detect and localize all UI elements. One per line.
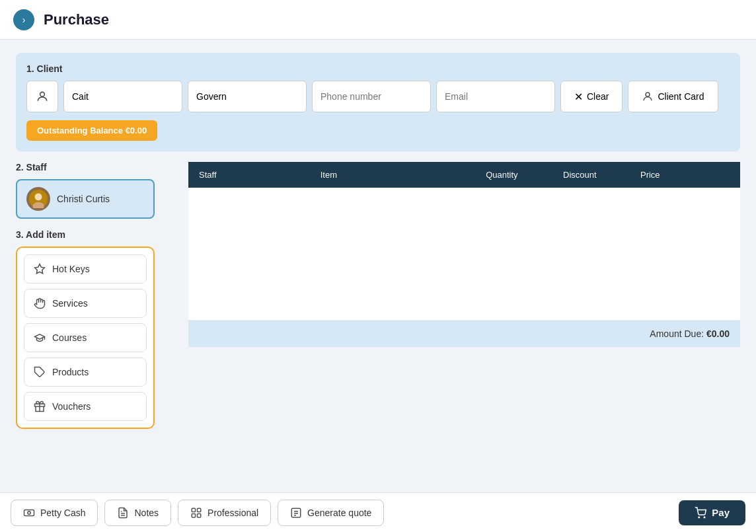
note-icon: [117, 507, 129, 519]
products-label: Products: [52, 367, 89, 377]
pay-label: Pay: [712, 507, 730, 518]
svg-rect-9: [24, 510, 34, 515]
petty-cash-label: Petty Cash: [40, 508, 85, 518]
add-item-section: 3. Add item Hot Keys: [16, 229, 178, 429]
pay-button[interactable]: Pay: [679, 500, 745, 525]
client-card-icon: [642, 91, 654, 102]
page-title: Purchase: [44, 11, 109, 28]
items-table: Staff Item Quantity Discount Price: [188, 162, 740, 321]
staff-select-button[interactable]: Christi Curtis: [16, 179, 155, 219]
svg-point-3: [35, 193, 42, 200]
svg-point-0: [40, 92, 45, 96]
add-item-label: 3. Add item: [16, 229, 178, 240]
courses-button[interactable]: Courses: [24, 323, 147, 352]
col-discount: Discount: [552, 162, 630, 188]
col-quantity: Quantity: [475, 162, 552, 188]
last-name-input[interactable]: [188, 81, 307, 112]
courses-label: Courses: [52, 332, 87, 343]
sidebar-toggle[interactable]: ›: [13, 9, 34, 30]
petty-cash-button[interactable]: Petty Cash: [11, 500, 98, 526]
header: › Purchase: [0, 0, 756, 40]
clear-label: Clear: [587, 91, 609, 102]
main-content: 1. Client ✕ Clear Client Car: [0, 40, 756, 492]
left-column: 2. Staff Christi Curtis 3. Add item: [16, 162, 178, 429]
client-inputs-row: ✕ Clear Client Card: [26, 81, 730, 112]
tag-icon: [34, 366, 46, 378]
notes-label: Notes: [134, 508, 159, 518]
col-item: Item: [310, 162, 476, 188]
items-table-wrapper: Staff Item Quantity Discount Price Amoun…: [188, 162, 740, 429]
svg-point-1: [646, 93, 650, 96]
client-section-label: 1. Client: [26, 63, 730, 74]
person-icon: [36, 90, 49, 103]
notes-button[interactable]: Notes: [104, 500, 171, 526]
chevron-right-icon: ›: [22, 15, 26, 25]
svg-marker-5: [35, 264, 45, 274]
first-name-input[interactable]: [63, 81, 182, 112]
items-table-body: [188, 188, 740, 320]
add-item-buttons-box: Hot Keys Services: [16, 247, 155, 429]
amount-due-value: €0.00: [706, 328, 730, 339]
svg-rect-14: [198, 508, 201, 512]
x-icon: ✕: [574, 91, 583, 103]
vouchers-button[interactable]: Vouchers: [24, 392, 147, 421]
star-icon: [34, 263, 46, 275]
graduation-icon: [34, 332, 46, 344]
client-card-button[interactable]: Client Card: [628, 81, 718, 112]
gift-icon: [34, 400, 46, 412]
svg-point-21: [699, 517, 700, 518]
staff-avatar: [26, 187, 50, 211]
bottom-bar: Petty Cash Notes Professional Generate q…: [0, 492, 756, 532]
svg-rect-13: [192, 508, 195, 512]
hot-keys-button[interactable]: Hot Keys: [24, 254, 147, 284]
hot-keys-label: Hot Keys: [52, 264, 90, 274]
professional-label: Professional: [208, 508, 258, 518]
vouchers-label: Vouchers: [52, 401, 91, 412]
services-button[interactable]: Services: [24, 289, 147, 318]
empty-row: [188, 188, 740, 320]
client-icon-button[interactable]: [26, 81, 58, 112]
phone-input[interactable]: [312, 81, 431, 112]
staff-section-label: 2. Staff: [16, 162, 178, 172]
staff-section: 2. Staff Christi Curtis: [16, 162, 178, 219]
col-actions: [707, 162, 740, 188]
hand-icon: [34, 297, 46, 309]
cash-icon: [23, 507, 35, 519]
svg-rect-15: [192, 513, 195, 517]
svg-point-10: [28, 511, 31, 514]
generate-quote-button[interactable]: Generate quote: [278, 500, 384, 526]
col-staff: Staff: [188, 162, 310, 188]
professional-button[interactable]: Professional: [178, 500, 271, 526]
email-input[interactable]: [436, 81, 555, 112]
avatar-icon: [29, 190, 48, 208]
clear-button[interactable]: ✕ Clear: [560, 81, 623, 112]
staff-name: Christi Curtis: [57, 194, 110, 204]
svg-point-22: [704, 517, 706, 518]
products-button[interactable]: Products: [24, 358, 147, 387]
generate-quote-label: Generate quote: [307, 508, 371, 518]
services-label: Services: [52, 298, 88, 309]
quote-icon: [290, 507, 302, 519]
professional-icon: [190, 507, 202, 519]
client-card-label: Client Card: [658, 91, 704, 102]
amount-due-row: Amount Due: €0.00: [188, 321, 740, 347]
client-section: 1. Client ✕ Clear Client Car: [16, 53, 740, 151]
svg-rect-16: [198, 513, 201, 517]
cart-icon: [695, 507, 706, 519]
amount-due-label: Amount Due:: [650, 328, 706, 339]
outstanding-balance-badge[interactable]: Outstanding Balance €0.00: [26, 120, 157, 141]
col-price: Price: [630, 162, 707, 188]
middle-layout: 2. Staff Christi Curtis 3. Add item: [16, 162, 740, 429]
